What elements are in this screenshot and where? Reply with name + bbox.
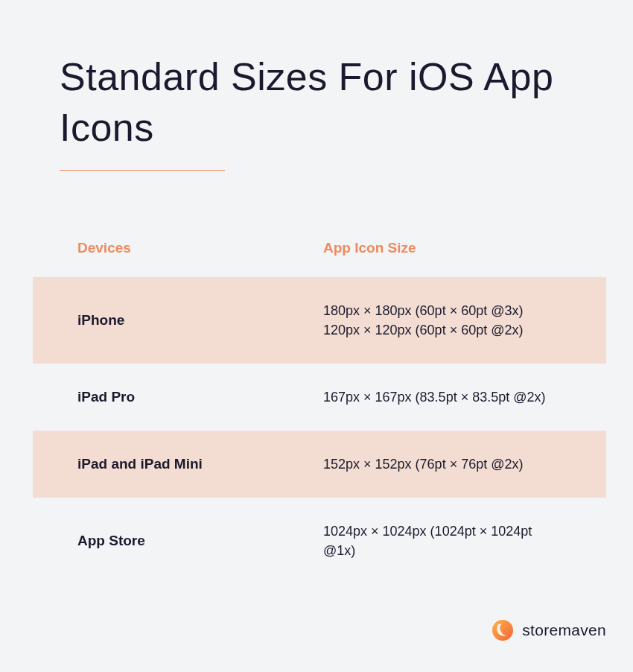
table-row: iPhone 180px × 180px (60pt × 60pt @3x)12… [33,277,606,364]
icon-size-table: Devices App Icon Size iPhone 180px × 180… [33,231,606,585]
storemaven-logo-icon [491,618,515,642]
size-cell: 1024px × 1024px (1024pt × 1024pt @1x) [323,522,562,560]
table-row: iPad and iPad Mini 152px × 152px (76pt ×… [33,431,606,498]
device-cell: iPad Pro [77,389,323,405]
size-cell: 152px × 152px (76pt × 76pt @2x) [323,454,562,474]
table-row: iPad Pro 167px × 167px (83.5pt × 83.5pt … [33,364,606,431]
brand-name: storemaven [522,621,606,639]
device-cell: iPad and iPad Mini [77,456,323,472]
table-row: App Store 1024px × 1024px (1024pt × 1024… [33,498,606,584]
header-devices: Devices [77,240,323,256]
device-cell: App Store [77,533,323,549]
size-cell: 180px × 180px (60pt × 60pt @3x)120px × 1… [323,301,562,340]
size-cell: 167px × 167px (83.5pt × 83.5pt @2x) [323,387,562,407]
title-underline [60,170,225,171]
header-size: App Icon Size [323,240,562,256]
brand-footer: storemaven [491,618,606,642]
table-header: Devices App Icon Size [33,231,606,277]
page-title: Standard Sizes For iOS App Icons [60,52,633,153]
device-cell: iPhone [77,312,323,329]
svg-point-0 [492,620,513,641]
